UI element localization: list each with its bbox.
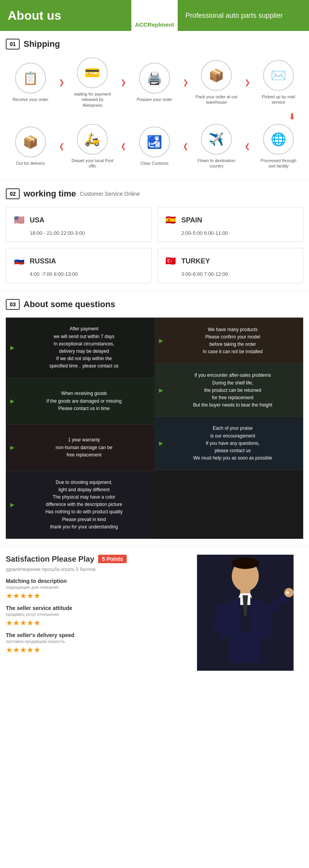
q-right-1: ► We have many productsPlease confirm yo… — [154, 318, 303, 364]
sat-badge: 5 Points — [98, 555, 127, 563]
country-usa-header: 🇺🇸 USA — [12, 213, 146, 227]
rating-3: The seller's delivery speed поставка про… — [6, 632, 187, 654]
down-arrow: ⬇ — [6, 112, 303, 122]
svg-line-11 — [218, 609, 220, 628]
arrow-3: ❯ — [183, 78, 188, 87]
step-6-label: Out for delivery — [16, 161, 45, 166]
spain-name: SPAIN — [182, 216, 202, 224]
country-spain: 🇪🇸 SPAIN 2:00-5:00 6:00-11:00 — [158, 207, 304, 242]
step-3-label: Prepare your order — [137, 97, 172, 102]
working-time-header: 02 working time Customer Service Online — [6, 188, 303, 199]
sat-title: Satisfaction Please Play — [6, 555, 94, 564]
step-7-label: Depart your local Post offic — [71, 158, 114, 169]
q-right-3-arrow: ► — [158, 439, 165, 448]
q-right-3-text: Each of your praiseis our encouragementI… — [170, 425, 295, 462]
russia-time: 4:00 -7:00 8:00-13:00 — [12, 271, 146, 277]
satisfaction-right: ★ — [187, 555, 303, 671]
q-left-4: ► Due to shooting equipment,light and di… — [6, 471, 154, 539]
arrow-1: ❯ — [59, 78, 65, 87]
turkey-time: 3:00-6:00 7:00-12:00 — [164, 271, 297, 277]
step-7-icon: 🛵 — [85, 132, 100, 147]
russia-name: RUSSIA — [30, 257, 56, 265]
questions-right-panel: ► We have many productsPlease confirm yo… — [154, 318, 303, 538]
step-4-label: Pack your order at out warehouse — [195, 94, 238, 105]
shipping-header: 01 Shipping — [6, 39, 303, 50]
step-3: 🖨️ Prepare your order — [133, 63, 176, 102]
step-9: ✈️ Flown to destination country — [195, 124, 238, 169]
step-2-icon: 💳 — [85, 65, 100, 80]
q-left-1: ► After paymentwe will send out within 7… — [6, 318, 154, 378]
step-7: 🛵 Depart your local Post offic — [71, 124, 114, 169]
country-russia: 🇷🇺 RUSSIA 4:00 -7:00 8:00-13:00 — [6, 248, 152, 283]
step-9-label: Flown to destination country — [195, 158, 238, 169]
q-left-2-arrow: ► — [9, 397, 16, 405]
q-left-3-arrow: ► — [9, 444, 16, 452]
rating-2-sublabel: продавец услуг отношения — [6, 612, 187, 617]
step-9-icon: ✈️ — [209, 132, 224, 147]
step-10: 🌐 Processed through sort facility — [257, 124, 300, 169]
working-grid: 🇺🇸 USA 18:00 - 21:00 22:00-3:00 🇪🇸 SPAIN… — [6, 207, 303, 283]
usa-flag: 🇺🇸 — [12, 213, 26, 227]
questions-grid: ► After paymentwe will send out within 7… — [6, 318, 303, 538]
sat-title-row: Satisfaction Please Play 5 Points — [6, 555, 187, 564]
turkey-flag: 🇹🇷 — [164, 254, 178, 268]
rating-1: Matching to description подходящие для о… — [6, 578, 187, 600]
usa-time: 18:00 - 21:00 22:00-3:00 — [12, 230, 146, 236]
satisfaction-section: Satisfaction Please Play 5 Points удовле… — [0, 547, 309, 678]
arrow-8: ❮ — [244, 142, 250, 150]
q-right-1-arrow: ► — [158, 337, 165, 345]
rating-3-stars: ★★★★★ — [6, 645, 187, 654]
questions-header: 03 About some questions — [6, 299, 303, 310]
questions-title: About some questions — [24, 299, 115, 309]
country-turkey: 🇹🇷 TURKEY 3:00-6:00 7:00-12:00 — [158, 248, 304, 283]
q-left-2: ► When receiving goodsIf the goods are d… — [6, 378, 154, 425]
tagline: Professional auto parts supplier — [185, 12, 283, 20]
q-right-2-text: If you encounter after-sales problemsDur… — [170, 372, 295, 409]
rating-3-sublabel: поставка продавцом скорость — [6, 639, 187, 644]
step-8-label: Clear Customs — [141, 161, 169, 166]
questions-section: 03 About some questions ► After paymentw… — [0, 291, 309, 546]
working-time-number: 02 — [6, 188, 20, 199]
step-8-icon: 🛃 — [147, 135, 162, 149]
q-left-3-text: 1 year warrantynon-human damage can befr… — [21, 436, 147, 459]
rating-2: The seller service attitude продавец усл… — [6, 605, 187, 627]
country-russia-header: 🇷🇺 RUSSIA — [12, 254, 146, 268]
rating-3-label: The seller's delivery speed — [6, 632, 187, 638]
step-5-icon: ✉️ — [271, 68, 286, 83]
about-title: About us — [8, 9, 61, 23]
q-left-2-text: When receiving goodsIf the goods are dam… — [21, 390, 147, 412]
step-1: 📋 Receive your order — [9, 63, 52, 102]
q-right-1-text: We have many productsPlease confirm your… — [170, 326, 295, 356]
step-10-label: Processed through sort facility — [257, 158, 300, 169]
svg-rect-7 — [230, 632, 261, 663]
step-5: ✉️ Picked up by mail service — [257, 60, 300, 105]
country-turkey-header: 🇹🇷 TURKEY — [164, 254, 297, 268]
q-left-1-arrow: ► — [9, 344, 16, 352]
arrow-7: ❮ — [183, 142, 188, 150]
person-figure: ★ — [197, 555, 294, 671]
spain-time: 2:00-5:00 6:00-11:00 — [164, 230, 297, 236]
step-2: 💳 waiting for payment released by Aliexp… — [71, 57, 114, 108]
shipping-title: Shipping — [24, 39, 60, 49]
spain-flag: 🇪🇸 — [164, 213, 178, 227]
header-right: Professional auto parts supplier — [178, 0, 309, 31]
country-spain-header: 🇪🇸 SPAIN — [164, 213, 297, 227]
sat-subtitle: удовлетворение просьба играть 5 баллов — [6, 567, 187, 572]
step-5-label: Picked up by mail service — [257, 94, 300, 105]
svg-text:★: ★ — [285, 589, 290, 596]
step-1-label: Receive your order — [12, 97, 48, 102]
country-usa: 🇺🇸 USA 18:00 - 21:00 22:00-3:00 — [6, 207, 152, 242]
q-left-4-arrow: ► — [9, 501, 16, 509]
step-6-icon: 📦 — [23, 135, 38, 149]
satisfaction-left: Satisfaction Please Play 5 Points удовле… — [6, 555, 187, 671]
step-8: 🛃 Clear Customs — [133, 126, 176, 166]
header-center: ACCReplment — [131, 0, 178, 31]
arrow-5: ❮ — [59, 142, 65, 150]
header: About us ACCReplment Professional auto p… — [0, 0, 309, 31]
shipping-section: 01 Shipping 📋 Receive your order ❯ 💳 wai… — [0, 31, 309, 180]
q-left-1-text: After paymentwe will send out within 7 d… — [21, 325, 147, 370]
questions-left-panel: ► After paymentwe will send out within 7… — [6, 318, 154, 538]
rating-2-stars: ★★★★★ — [6, 618, 187, 627]
shipping-number: 01 — [6, 39, 20, 50]
arrow-2: ❯ — [121, 78, 126, 87]
